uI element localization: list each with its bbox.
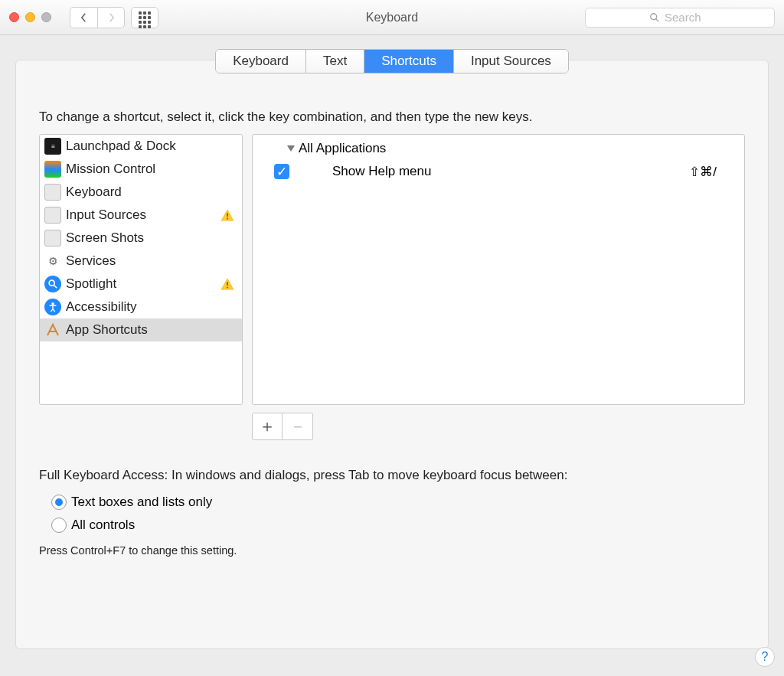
nav-buttons [70,7,125,28]
shortcut-group-row[interactable]: All Applications [259,138,738,159]
services-icon: ⚙︎ [44,253,61,269]
tab-input-sources[interactable]: Input Sources [454,50,568,73]
tab-shortcuts[interactable]: Shortcuts [364,50,454,73]
minimize-window-button[interactable] [25,12,35,22]
svg-point-10 [51,302,54,305]
content-area: KeyboardTextShortcutsInput Sources To ch… [0,35,784,676]
disclosure-triangle-icon [286,144,296,153]
search-icon [649,12,660,23]
add-remove-buttons: ＋ － [252,413,745,440]
category-screen-shots[interactable]: Screen Shots [40,227,242,250]
tab-text[interactable]: Text [306,50,364,73]
search-input[interactable] [665,11,710,24]
warning-icon [220,277,234,291]
category-accessibility[interactable]: Accessibility [40,296,242,318]
category-services[interactable]: ⚙︎Services [40,250,242,273]
category-list[interactable]: ≡Launchpad & DockMission ControlKeyboard… [39,134,243,405]
shortcut-list[interactable]: All Applications ✓Show Help menu⇧⌘/ [252,134,745,405]
tabbar: KeyboardTextShortcutsInput Sources [215,49,569,73]
svg-point-0 [651,13,657,19]
category-input-sources[interactable]: Input Sources [40,204,242,227]
full-keyboard-access-hint: Press Control+F7 to change this setting. [39,544,745,557]
remove-shortcut-button[interactable]: － [283,413,313,440]
radio-button[interactable] [51,518,67,533]
radio-label: Text boxes and lists only [71,495,212,510]
category-label: Services [66,253,116,269]
svg-line-1 [656,18,659,21]
preferences-window: Keyboard KeyboardTextShortcutsInput Sour… [0,0,784,676]
svg-marker-12 [287,145,295,152]
radio-option-all-controls[interactable]: All controls [51,514,745,537]
full-keyboard-access-heading: Full Keyboard Access: In windows and dia… [39,468,745,483]
svg-line-6 [54,286,57,289]
main-panel: KeyboardTextShortcutsInput Sources To ch… [15,60,769,649]
category-label: Screen Shots [66,230,144,246]
titlebar: Keyboard [0,0,784,35]
category-mission-control[interactable]: Mission Control [40,158,242,181]
tabs-container: KeyboardTextShortcutsInput Sources [39,49,745,73]
lists-container: ≡Launchpad & DockMission ControlKeyboard… [39,134,745,405]
search-field[interactable] [585,8,775,28]
category-label: Launchpad & Dock [66,139,176,154]
back-button[interactable] [70,7,97,28]
category-keyboard[interactable]: Keyboard [40,181,242,204]
app-shortcuts-icon [44,322,61,338]
shortcut-label: Show Help menu [332,164,431,179]
launchpad-icon: ≡ [44,138,61,155]
mission-control-icon [44,161,61,178]
warning-icon [220,208,234,222]
help-button[interactable]: ? [755,647,775,667]
svg-rect-8 [227,282,228,286]
category-spotlight[interactable]: Spotlight [40,273,242,296]
show-all-button[interactable] [131,7,158,28]
category-label: Input Sources [66,207,146,223]
category-label: App Shortcuts [66,322,148,338]
shortcut-group-label: All Applications [299,141,386,156]
svg-rect-4 [227,218,228,220]
close-window-button[interactable] [9,12,19,22]
keyboard-icon [44,184,61,201]
category-label: Spotlight [66,276,116,292]
radio-label: All controls [71,518,135,533]
shortcut-checkbox[interactable]: ✓ [274,164,289,179]
traffic-lights [9,12,51,22]
forward-button[interactable] [97,7,125,28]
accessibility-icon [44,299,61,315]
svg-point-5 [49,280,54,286]
spotlight-icon [44,276,61,292]
svg-rect-3 [227,213,228,217]
shortcut-keys[interactable]: ⇧⌘/ [689,164,717,180]
category-app-shortcuts[interactable]: App Shortcuts [40,318,242,341]
radio-option-text-boxes-and-lists-only[interactable]: Text boxes and lists only [51,491,745,514]
shortcut-row[interactable]: ✓Show Help menu⇧⌘/ [259,159,738,184]
svg-rect-9 [227,287,228,289]
category-label: Keyboard [66,185,122,200]
tab-keyboard[interactable]: Keyboard [216,50,306,73]
category-label: Mission Control [66,162,155,177]
category-launchpad-dock[interactable]: ≡Launchpad & Dock [40,135,242,158]
instructions-text: To change a shortcut, select it, click t… [39,109,745,125]
add-shortcut-button[interactable]: ＋ [252,413,283,440]
category-label: Accessibility [66,299,137,315]
full-keyboard-access-radiogroup: Text boxes and lists onlyAll controls [51,491,745,537]
input-sources-icon [44,207,61,224]
radio-button[interactable] [51,495,67,510]
screenshots-icon [44,230,61,247]
zoom-window-button[interactable] [41,12,51,22]
